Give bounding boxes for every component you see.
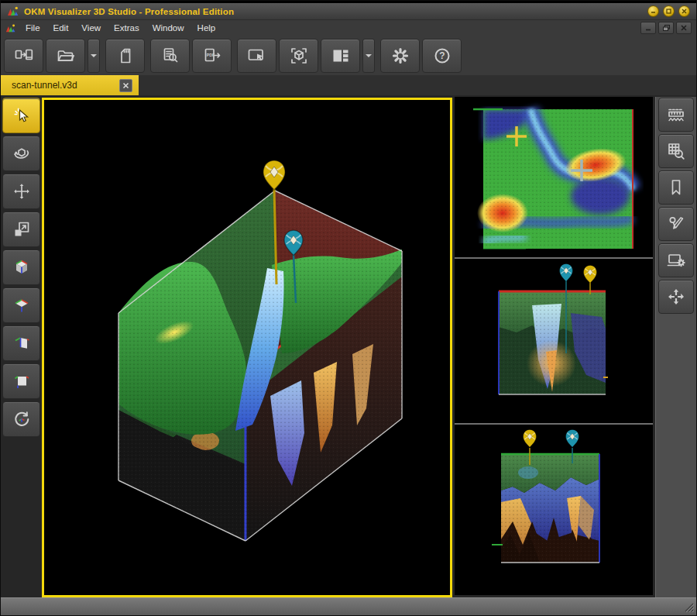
right-tool-column bbox=[655, 97, 696, 597]
app-logo-icon bbox=[7, 5, 19, 17]
svg-text:?: ? bbox=[439, 50, 445, 61]
settings-button[interactable] bbox=[380, 39, 420, 73]
front-view-icon bbox=[12, 371, 32, 391]
main-3d-viewport[interactable] bbox=[42, 98, 452, 597]
resize-grip[interactable] bbox=[684, 602, 694, 612]
main-toolbar: PDF bbox=[1, 36, 696, 75]
maximize-button[interactable] bbox=[663, 5, 675, 17]
menu-edit[interactable]: Edit bbox=[47, 22, 75, 34]
select-tool-button[interactable] bbox=[2, 98, 40, 133]
svg-text:PDF: PDF bbox=[206, 53, 214, 57]
reset-rotation-icon bbox=[12, 409, 32, 429]
menu-bar: File Edit View Extras Window Help bbox=[1, 19, 696, 36]
save-file-button[interactable] bbox=[105, 39, 145, 73]
cross-section-view-1[interactable] bbox=[455, 257, 653, 423]
scan-heatmap bbox=[477, 109, 633, 249]
select-pointer-icon bbox=[12, 105, 32, 126]
section-image bbox=[499, 291, 606, 394]
side-view-button[interactable] bbox=[2, 325, 40, 361]
reset-rotation-button[interactable] bbox=[2, 401, 40, 437]
scan-3d-button[interactable] bbox=[279, 39, 318, 73]
pdf-export-icon: PDF bbox=[202, 46, 222, 66]
chevron-down-icon bbox=[91, 54, 97, 57]
top-view-button[interactable] bbox=[2, 287, 40, 323]
menu-window[interactable]: Window bbox=[146, 22, 191, 34]
title-bar: OKM Visualizer 3D Studio - Professional … bbox=[1, 3, 696, 20]
grid-zoom-tool-button[interactable] bbox=[658, 134, 694, 168]
tab-scan-tunnel[interactable]: scan-tunnel.v3d bbox=[1, 75, 139, 95]
yellow-marker[interactable] bbox=[584, 266, 597, 295]
section-image bbox=[501, 454, 599, 563]
workspace bbox=[1, 95, 696, 597]
close-button[interactable] bbox=[678, 5, 690, 17]
touch-mode-button[interactable] bbox=[237, 39, 276, 73]
open-file-dropdown[interactable] bbox=[88, 39, 100, 73]
front-view-button[interactable] bbox=[2, 363, 40, 399]
scale-icon bbox=[12, 219, 32, 239]
layout-panels-button[interactable] bbox=[321, 39, 360, 73]
bookmark-tool-button[interactable] bbox=[658, 170, 694, 205]
chevron-down-icon bbox=[366, 54, 372, 57]
move-arrows-icon bbox=[12, 181, 32, 201]
menu-help[interactable]: Help bbox=[191, 22, 222, 34]
rotate-tool-button[interactable] bbox=[2, 136, 40, 171]
help-button[interactable]: ? bbox=[422, 39, 462, 73]
help-icon: ? bbox=[432, 46, 452, 66]
minimize-button[interactable] bbox=[647, 5, 659, 17]
display-settings-button[interactable] bbox=[658, 243, 694, 277]
tab-bar: scan-tunnel.v3d bbox=[1, 75, 696, 95]
rotate-3d-icon bbox=[12, 143, 32, 163]
grid-magnifier-icon bbox=[666, 141, 686, 161]
menu-file[interactable]: File bbox=[19, 22, 46, 34]
screen-gear-icon bbox=[666, 250, 686, 270]
ruler-icon bbox=[666, 105, 686, 125]
menu-extras[interactable]: Extras bbox=[108, 22, 146, 34]
top-down-scan-view[interactable] bbox=[455, 97, 653, 257]
window-title: OKM Visualizer 3D Studio - Professional … bbox=[24, 7, 234, 16]
document-search-icon bbox=[160, 46, 180, 66]
measure-tool-button[interactable] bbox=[658, 98, 694, 132]
import-data-button[interactable] bbox=[4, 39, 43, 73]
app-logo-icon bbox=[5, 23, 15, 33]
doc-restore-button[interactable] bbox=[658, 22, 674, 34]
open-file-button[interactable] bbox=[46, 39, 85, 73]
cross-section-view-2[interactable] bbox=[455, 423, 653, 595]
nav-arrows-icon bbox=[666, 287, 686, 307]
cube-view-icon bbox=[12, 257, 32, 277]
import-icon bbox=[14, 46, 34, 66]
document-window-controls bbox=[640, 22, 692, 34]
export-pdf-button[interactable]: PDF bbox=[192, 39, 232, 73]
marker-wrench-icon bbox=[666, 214, 686, 234]
rock-texture bbox=[118, 191, 402, 541]
left-tool-column bbox=[1, 97, 42, 597]
top-view-icon bbox=[12, 295, 32, 315]
side-view-icon bbox=[12, 333, 32, 353]
open-folder-icon bbox=[56, 46, 76, 66]
titlebar-controls bbox=[647, 5, 690, 17]
gear-icon bbox=[390, 46, 410, 66]
memory-card-icon bbox=[115, 46, 136, 66]
layout-panels-dropdown[interactable] bbox=[362, 39, 375, 73]
perspective-view-button[interactable] bbox=[2, 249, 40, 285]
status-bar bbox=[1, 597, 696, 615]
print-preview-button[interactable] bbox=[150, 39, 190, 73]
application-window: OKM Visualizer 3D Studio - Professional … bbox=[0, 0, 697, 616]
marker-edit-tool-button[interactable] bbox=[658, 207, 694, 241]
bookmark-icon bbox=[666, 177, 686, 198]
layout-panels-icon bbox=[331, 46, 351, 66]
navigate-tool-button[interactable] bbox=[658, 280, 694, 314]
menu-view[interactable]: View bbox=[75, 22, 107, 34]
touch-screen-icon bbox=[247, 46, 267, 66]
doc-close-button[interactable] bbox=[676, 22, 692, 34]
doc-minimize-button[interactable] bbox=[640, 22, 656, 34]
cube-scan-icon bbox=[289, 46, 309, 66]
scale-tool-button[interactable] bbox=[2, 212, 40, 247]
secondary-view-column bbox=[455, 97, 653, 597]
pan-tool-button[interactable] bbox=[2, 174, 40, 209]
tab-close-button[interactable] bbox=[119, 79, 132, 92]
tab-label: scan-tunnel.v3d bbox=[12, 80, 119, 91]
